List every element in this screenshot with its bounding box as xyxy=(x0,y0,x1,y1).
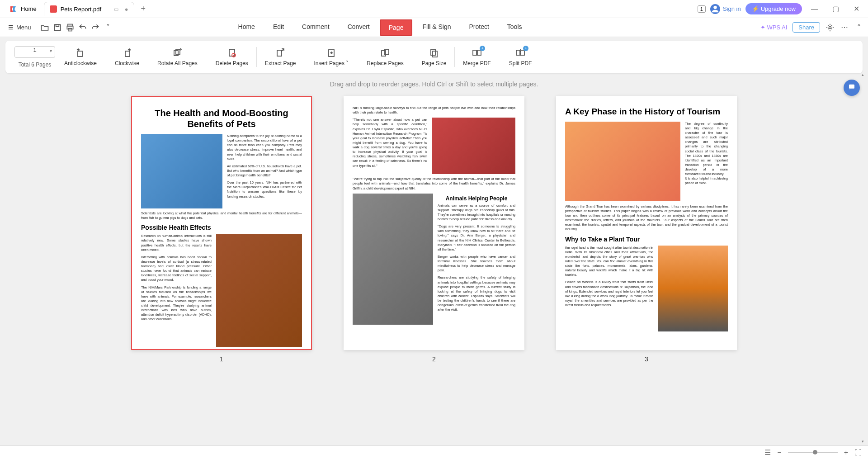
tab-file[interactable]: Pets Report.pdf ▭ ● xyxy=(44,2,134,16)
tab-home-label: Home xyxy=(21,5,37,12)
svg-rect-20 xyxy=(477,50,481,55)
merge-pdf-icon: + xyxy=(472,47,482,58)
page-number-1: 1 xyxy=(220,355,223,363)
extract-page-icon xyxy=(275,47,286,58)
chat-icon xyxy=(848,83,856,93)
maximize-button[interactable]: ▢ xyxy=(827,2,844,16)
redo-icon[interactable] xyxy=(91,23,100,32)
main-tab-home[interactable]: Home xyxy=(230,19,263,36)
statusbar: ☰ − + ⛶ xyxy=(0,445,868,459)
vertical-scrollbar[interactable] xyxy=(862,72,867,444)
image-cat xyxy=(141,134,222,208)
main-tab-page[interactable]: Page xyxy=(380,19,413,36)
titlebar: Home Pets Report.pdf ▭ ● + 1 Sign in ⚡ U… xyxy=(0,0,868,18)
tool-merge[interactable]: + Merge PDF xyxy=(459,46,494,68)
tool-anticlockwise[interactable]: Anticlockwise xyxy=(61,46,100,68)
lightning-icon: ⚡ xyxy=(752,5,759,12)
open-icon[interactable] xyxy=(40,23,49,32)
tool-split[interactable]: + Split PDF xyxy=(505,46,536,68)
page-number-3: 3 xyxy=(645,355,648,363)
view-list-icon[interactable]: ☰ xyxy=(764,448,771,457)
floating-assist-button[interactable] xyxy=(844,80,860,96)
svg-rect-8 xyxy=(125,51,130,57)
main-tab-fillsign[interactable]: Fill & Sign xyxy=(414,19,459,36)
sparkle-icon: ✦ xyxy=(760,24,765,31)
svg-rect-23 xyxy=(849,85,854,89)
upgrade-button[interactable]: ⚡ Upgrade now xyxy=(745,3,802,14)
fullscreen-icon[interactable]: ⛶ xyxy=(854,449,862,457)
svg-rect-19 xyxy=(473,50,476,55)
svg-rect-18 xyxy=(433,51,437,57)
image-city xyxy=(565,122,680,201)
doc-title: The Health and Mood-Boosting Benefits of… xyxy=(141,108,302,129)
signin-button[interactable]: Sign in xyxy=(710,4,741,14)
tab-file-label: Pets Report.pdf xyxy=(61,6,101,13)
new-tab-button[interactable]: + xyxy=(136,2,151,16)
user-icon xyxy=(710,4,720,14)
svg-rect-22 xyxy=(521,50,524,55)
main-tab-convert[interactable]: Convert xyxy=(340,19,378,36)
save-icon[interactable] xyxy=(53,23,62,32)
share-button[interactable]: Share xyxy=(793,22,820,33)
page-size-icon xyxy=(429,47,439,58)
tab-window-icon[interactable]: ▭ xyxy=(114,6,118,12)
main-tab-tools[interactable]: Tools xyxy=(499,19,530,36)
split-pdf-icon: + xyxy=(515,47,526,58)
wps-ai-button[interactable]: ✦ WPS AI xyxy=(760,24,788,31)
doc-title-3: A Key Phase in the History of Tourism xyxy=(565,107,728,117)
svg-rect-17 xyxy=(431,49,435,55)
svg-point-6 xyxy=(829,26,831,28)
tool-delete[interactable]: Delete Pages xyxy=(212,46,252,68)
hint-text: Drag and drop to reorder pages. Hold Ctr… xyxy=(0,73,868,91)
settings-icon[interactable] xyxy=(826,23,835,32)
quick-access-dropdown-icon[interactable]: ˅ xyxy=(104,23,113,32)
print-icon[interactable] xyxy=(66,23,75,32)
page-number-2: 2 xyxy=(432,355,436,363)
rotate-all-icon xyxy=(172,47,183,58)
tool-extract[interactable]: Extract Page xyxy=(261,46,300,68)
replace-page-icon xyxy=(380,47,391,58)
zoom-in-button[interactable]: + xyxy=(844,449,848,457)
insert-page-icon xyxy=(326,47,337,58)
main-tab-protect[interactable]: Protect xyxy=(461,19,497,36)
zoom-slider[interactable] xyxy=(788,452,838,453)
pdf-icon xyxy=(50,5,57,13)
collapse-ribbon-icon[interactable]: ˄ xyxy=(854,23,863,32)
page-number-input[interactable]: 1 xyxy=(14,46,55,58)
hamburger-icon xyxy=(8,24,14,31)
image-gray-cat xyxy=(353,194,433,325)
menu-button[interactable]: Menu xyxy=(5,22,35,33)
rotate-ccw-icon xyxy=(75,47,86,58)
main-tab-comment[interactable]: Comment xyxy=(294,19,338,36)
image-pets-costume xyxy=(432,118,515,174)
close-button[interactable]: ✕ xyxy=(848,2,864,16)
wps-logo-icon xyxy=(9,5,17,13)
pages-area: The Health and Mood-Boosting Benefits of… xyxy=(0,91,868,367)
main-tabs: Home Edit Comment Convert Page Fill & Si… xyxy=(230,19,530,36)
image-dog xyxy=(216,234,302,347)
undo-icon[interactable] xyxy=(78,23,87,32)
main-tab-edit[interactable]: Edit xyxy=(265,19,292,36)
tool-insert[interactable]: Insert Pages ˅ xyxy=(311,46,353,68)
tool-replace[interactable]: Replace Pages xyxy=(363,46,407,68)
tab-home[interactable]: Home xyxy=(4,2,42,16)
zoom-out-button[interactable]: − xyxy=(777,449,781,457)
window-counter[interactable]: 1 xyxy=(698,5,706,13)
svg-rect-7 xyxy=(78,51,82,57)
delete-page-icon xyxy=(226,47,237,58)
minimize-button[interactable]: — xyxy=(807,2,823,16)
tab-close-icon[interactable]: ● xyxy=(125,6,128,13)
svg-rect-2 xyxy=(56,24,59,26)
tool-pagesize[interactable]: Page Size xyxy=(418,46,450,68)
page-thumbnail-1[interactable]: The Health and Mood-Boosting Benefits of… xyxy=(131,96,312,350)
tool-rotate-all[interactable]: Rotate All Pages xyxy=(154,46,201,68)
ribbon: 1 Total 6 Pages Anticlockwise Clockwise … xyxy=(5,41,863,73)
rotate-cw-icon xyxy=(122,47,132,58)
total-pages-label: Total 6 Pages xyxy=(19,62,52,68)
page-thumbnail-2[interactable]: NIH is funding large-scale surveys to fi… xyxy=(344,96,524,350)
tool-clockwise[interactable]: Clockwise xyxy=(111,46,143,68)
page-thumbnail-3[interactable]: A Key Phase in the History of Tourism Th… xyxy=(556,96,737,350)
menubar: Menu ˅ Home Edit Comment Convert Page Fi… xyxy=(0,18,868,37)
svg-point-0 xyxy=(713,5,717,9)
more-icon[interactable]: ⋯ xyxy=(840,23,849,32)
